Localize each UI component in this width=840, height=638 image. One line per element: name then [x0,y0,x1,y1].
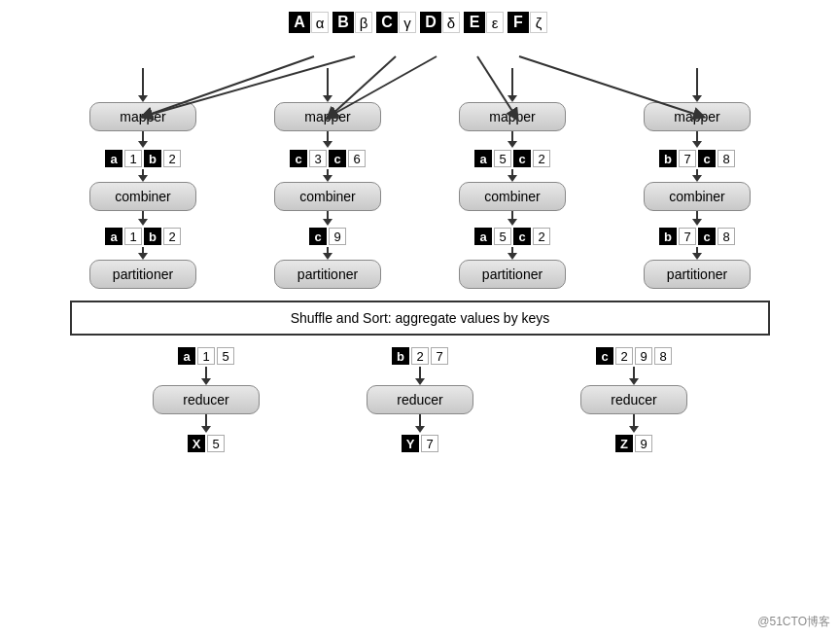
letter-pair-A: A α [289,12,329,33]
mapper2-kv: c 3 c 6 [290,150,366,167]
ckv1-key-b: b [144,228,161,245]
combiner3-kv: a 5 c 2 [474,228,550,245]
ckv4-val-7: 7 [679,228,696,245]
arrow-mapper1-kv [138,131,148,148]
partitioner-1: partitioner [89,260,196,289]
kv4-key-b: b [659,150,677,167]
letter-E-black: E [464,12,485,33]
ckv1-val-2: 2 [163,228,181,245]
kv3-key-a: a [474,150,492,167]
ckv1-key-a: a [105,228,122,245]
kv2-key-c2: c [329,150,346,167]
reducer-3: reducer [580,385,687,414]
letter-pair-D: D δ [420,12,460,33]
arrow-mapper4-kv [692,131,702,148]
out-key-X: X [188,435,205,452]
letter-B-black: B [332,12,354,33]
letter-pair-F: F ζ [508,12,547,33]
ckv2-key-c: c [309,228,327,245]
kv3-key-c: c [513,150,531,167]
skv-val-c2: 2 [615,347,633,365]
column-3: mapper a 5 c 2 combiner a 5 [420,68,605,289]
shuffle-kv-a: a 1 5 [178,347,234,365]
kv1-val-1: 1 [124,150,142,167]
letter-A-white: α [311,12,329,33]
letter-E-white: ε [486,12,504,33]
letter-F-white: ζ [530,12,547,33]
shuffle-sort-box: Shuffle and Sort: aggregate values by ke… [70,301,770,336]
arrow-to-combiner-3 [508,169,517,182]
ckv4-key-b: b [659,228,677,245]
arrow-to-mapper-4 [692,68,702,102]
output-kv-2: Y 7 [402,435,438,452]
arrow-from-reducer-2 [415,414,425,433]
arrow-mapper3-kv [508,131,517,148]
arrow-to-partitioner-3 [508,247,517,260]
mapper-4: mapper [644,102,751,131]
kv3-val-5: 5 [494,150,511,167]
ckv1-val-1: 1 [124,228,142,245]
kv1-key-b: b [144,150,161,167]
partitioner-4: partitioner [644,260,751,289]
arrow-to-mapper-2 [323,68,332,102]
reducer-col-1: a 1 5 reducer X 5 [99,345,313,454]
kv2-key-c1: c [290,150,307,167]
reducer-col-2: b 2 7 reducer Y 7 [313,345,527,454]
output-kv-1: X 5 [188,435,225,452]
mapper4-kv: b 7 c 8 [659,150,735,167]
out-key-Y: Y [402,435,419,452]
kv4-val-7: 7 [679,150,696,167]
letter-A-black: A [289,12,310,33]
ckv2-val-9: 9 [329,228,346,245]
letter-pair-B: B β [332,12,372,33]
out-val-9: 9 [635,435,652,452]
out-val-5: 5 [207,435,225,452]
bottom-section: a 1 5 reducer X 5 b 2 7 [0,345,840,454]
skv-key-c: c [596,347,613,365]
combiner1-kv: a 1 b 2 [105,228,181,245]
skv-val-1: 1 [197,347,215,365]
combiner-2: combiner [274,182,381,211]
skv-key-b: b [392,347,409,365]
combiner4-kv: b 7 c 8 [659,228,735,245]
mapper-row: mapper a 1 b 2 combiner a 1 [0,68,840,289]
kv4-val-8: 8 [718,150,735,167]
partitioner-2: partitioner [274,260,381,289]
letter-F-black: F [508,12,529,33]
kv2-val-3: 3 [309,150,327,167]
kv1-val-2: 2 [163,150,181,167]
combiner2-kv: c 9 [309,228,346,245]
out-val-7: 7 [421,435,438,452]
ckv4-key-c: c [698,228,716,245]
kv2-val-6: 6 [348,150,366,167]
arrow-combiner4-kv [692,211,702,226]
arrow-from-reducer-3 [629,414,639,433]
arrow-to-combiner-1 [138,169,148,182]
arrow-to-combiner-2 [323,169,332,182]
ckv3-key-c: c [513,228,531,245]
kv3-val-2: 2 [533,150,550,167]
ckv4-val-8: 8 [718,228,735,245]
combiner-1: combiner [89,182,196,211]
arrow-to-mapper-1 [138,68,148,102]
arrow-combiner1-kv [138,211,148,226]
letter-C-white: γ [399,12,416,33]
letter-B-white: β [355,12,372,33]
arrow-to-combiner-4 [692,169,702,182]
skv-val-c8: 8 [654,347,672,365]
arrow-mapper2-kv [323,131,332,148]
letter-C-black: C [376,12,398,33]
watermark: @51CTO博客 [757,614,830,630]
combiner-4: combiner [644,182,751,211]
ckv3-key-a: a [474,228,492,245]
arrow-from-reducer-1 [201,414,211,433]
skv-key-a: a [178,347,195,365]
arrow-to-reducer-3 [629,367,639,385]
diagram: A α B β C γ D δ E ε F ζ [0,0,840,638]
letter-pair-C: C γ [376,12,416,33]
skv-val-2: 2 [411,347,429,365]
arrow-to-reducer-1 [201,367,211,385]
mapper1-kv: a 1 b 2 [105,150,181,167]
arrow-combiner2-kv [323,211,332,226]
ckv3-val-2: 2 [533,228,550,245]
